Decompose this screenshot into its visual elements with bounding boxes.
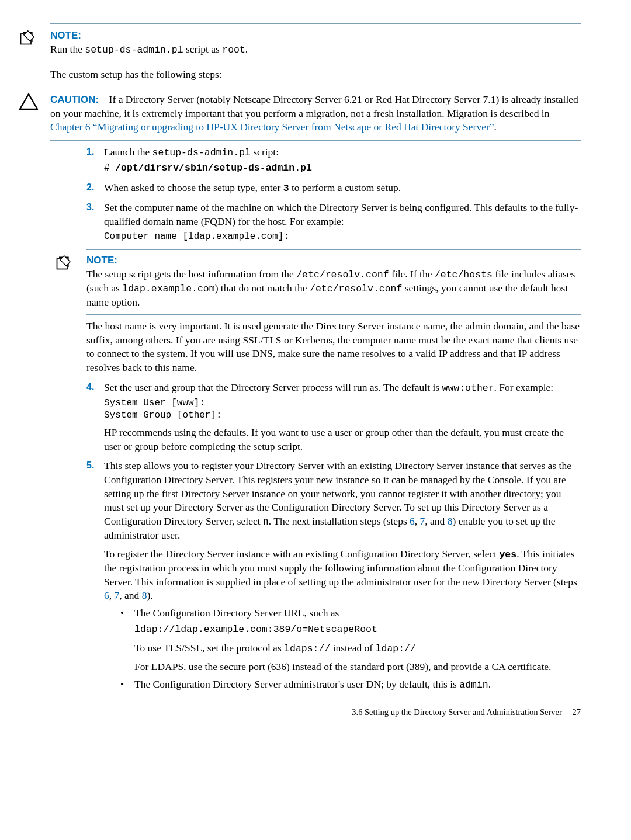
step-number: 3. bbox=[86, 201, 94, 214]
pencil-note-icon bbox=[19, 30, 35, 46]
caution-heading: CAUTION: bbox=[50, 94, 99, 105]
page-footer: 3.6 Setting up the Directory Server and … bbox=[50, 707, 581, 718]
code-output: Computer name [ldap.example.com]: bbox=[104, 231, 581, 244]
intro-line: The custom setup has the following steps… bbox=[50, 68, 581, 82]
step-4: 4. Set the user and group that the Direc… bbox=[86, 381, 581, 454]
step-number: 1. bbox=[86, 145, 94, 158]
step-number: 2. bbox=[86, 181, 94, 194]
bullet-icon: • bbox=[120, 606, 124, 620]
note-heading: NOTE: bbox=[50, 30, 81, 41]
caution-triangle-icon bbox=[19, 93, 39, 110]
step-1: 1. Launch the setup-ds-admin.pl script: … bbox=[86, 145, 581, 175]
list-item: • The Configuration Directory Server URL… bbox=[120, 606, 581, 674]
note-text: The setup script gets the host informati… bbox=[86, 268, 575, 308]
note-block: NOTE: Run the setup-ds-admin.pl script a… bbox=[50, 29, 581, 57]
step-5: 5. This step allows you to register your… bbox=[86, 459, 581, 692]
steps-list: 1. Launch the setup-ds-admin.pl script: … bbox=[86, 145, 581, 244]
note-block: NOTE: The setup script gets the host inf… bbox=[86, 254, 581, 310]
migration-chapter-link[interactable]: Chapter 6 “Migrating or upgrading to HP-… bbox=[50, 121, 494, 133]
note-heading: NOTE: bbox=[86, 255, 117, 266]
note-text: Run the setup-ds-admin.pl script as root… bbox=[50, 43, 248, 55]
step-3: 3. Set the computer name of the machine … bbox=[86, 201, 581, 244]
step-link-6[interactable]: 6 bbox=[410, 515, 415, 527]
list-item: • The Configuration Directory Server adm… bbox=[120, 678, 581, 692]
pencil-note-icon bbox=[55, 255, 71, 271]
step-link-7[interactable]: 7 bbox=[115, 589, 120, 601]
step-3-followup: The host name is very important. It is u… bbox=[86, 320, 581, 375]
caution-text: If a Directory Server (notably Netscape … bbox=[50, 93, 578, 133]
bullet-icon: • bbox=[120, 678, 124, 692]
code-output: System User [www]: System Group [other]: bbox=[104, 397, 581, 422]
command-block: # /opt/dirsrv/sbin/setup-ds-admin.pl bbox=[104, 162, 581, 175]
caution-block: CAUTION: If a Directory Server (notably … bbox=[50, 93, 581, 134]
step-number: 5. bbox=[86, 459, 94, 472]
bullet-list: • The Configuration Directory Server URL… bbox=[120, 606, 581, 692]
step-link-6[interactable]: 6 bbox=[104, 589, 109, 601]
step-number: 4. bbox=[86, 381, 94, 394]
page-number: 27 bbox=[573, 707, 581, 717]
section-title: 3.6 Setting up the Directory Server and … bbox=[352, 707, 562, 717]
step-2: 2. When asked to choose the setup type, … bbox=[86, 181, 581, 195]
